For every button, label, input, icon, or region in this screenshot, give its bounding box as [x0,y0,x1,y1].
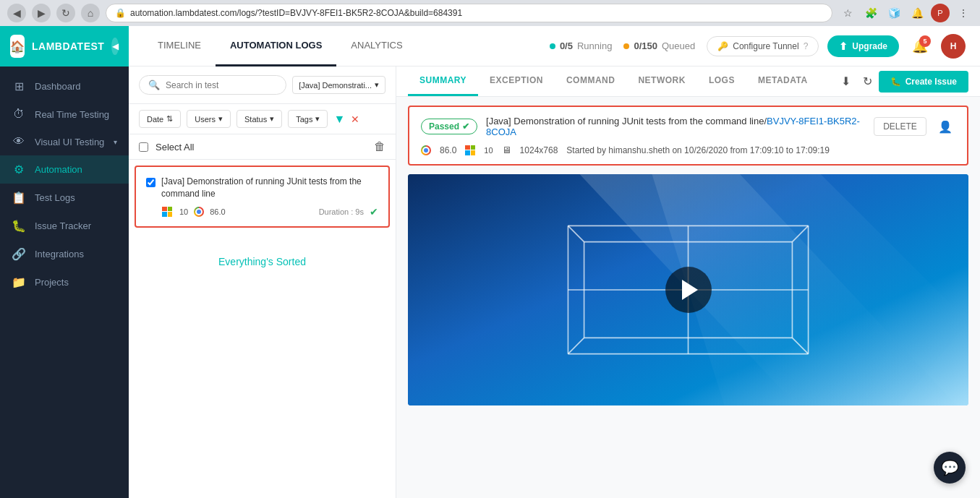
right-panel: SUMMARY EXCEPTION COMMAND NETWORK LOGS [396,66,980,498]
expand-icon: ▾ [114,138,117,146]
filter-row: Date ⇅ Users ▾ Status ▾ Tags ▾ [129,104,396,134]
queued-dot [623,43,629,49]
test-detail-header: Passed ✔ [Java] Demonstration of running… [421,116,955,137]
test-item-header: [Java] Demonstration of running JUnit te… [146,176,378,200]
detail-tabs: SUMMARY EXCEPTION COMMAND NETWORK LOGS [396,66,980,97]
home-button[interactable]: ⌂ [81,4,100,22]
tab-automation-logs[interactable]: AUTOMATION LOGS [216,26,336,66]
chevron-down-icon: ▾ [315,114,320,124]
configure-tunnel-button[interactable]: 🔑 Configure Tunnel ? [707,36,819,56]
refresh-button[interactable]: ↻ [857,71,879,93]
download-button[interactable]: ⬇ [835,71,857,93]
key-icon: 🔑 [717,41,728,51]
sidebar-item-realtime[interactable]: ⏱ Real Time Testing [0,100,129,128]
play-button[interactable] [665,267,712,313]
sidebar-item-projects[interactable]: 📁 Projects [0,268,129,296]
test-detail-card: Passed ✔ [Java] Demonstration of running… [408,106,968,166]
select-all-checkbox[interactable] [139,142,148,152]
top-bar-actions: 🔑 Configure Tunnel ? ⬆ Upgrade 🔔 5 H [707,34,966,59]
sidebar-item-label: Visual UI Testing [35,137,104,147]
running-status: 0/5 Running [550,40,613,51]
notifications-button[interactable]: 🔔 5 [908,34,932,59]
profile-avatar[interactable]: P [931,4,950,22]
select-all-row: Select All 🗑 [129,134,396,160]
chat-button[interactable]: 💬 [934,452,966,484]
detail-tab-summary[interactable]: SUMMARY [408,66,478,96]
search-input[interactable] [166,80,277,90]
sidebar-item-visualui[interactable]: 👁 Visual UI Testing ▾ [0,128,129,155]
url-text: automation.lambdatest.com/logs/?testID=B… [130,8,462,18]
detail-tab-network[interactable]: NETWORK [626,66,697,96]
help-icon: ? [804,41,809,51]
queued-count: 0/150 [634,40,657,51]
extension-1[interactable]: 🧩 [861,4,880,22]
sidebar-collapse-button[interactable]: ◀ [111,38,119,55]
share-button[interactable]: 👤 [935,116,955,137]
tags-filter-button[interactable]: Tags ▾ [288,110,328,128]
test-item-checkbox[interactable] [146,178,155,187]
create-issue-button[interactable]: 🐛 Create Issue [879,71,968,93]
chrome-detail-icon [421,145,431,155]
projects-icon: 📁 [12,275,26,289]
running-count: 0/5 [560,40,573,51]
windows-icon [162,207,172,217]
delete-button[interactable]: DELETE [874,117,926,136]
notif-badge: 5 [919,35,931,47]
sidebar-item-dashboard[interactable]: ⊞ Dashboard [0,72,129,100]
url-bar[interactable]: 🔒 automation.lambdatest.com/logs/?testID… [106,4,832,22]
reload-button[interactable]: ↻ [56,4,75,22]
visualui-icon: 👁 [12,135,26,148]
sidebar-item-integrations[interactable]: 🔗 Integrations [0,240,129,268]
extension-3[interactable]: 🔔 [908,4,926,22]
search-input-wrap[interactable]: 🔍 [139,75,286,95]
test-detail-title: [Java] Demonstration of running JUnit te… [486,116,865,137]
search-icon: 🔍 [148,80,160,90]
chevron-down-icon: ▾ [375,80,379,90]
left-panel: 🔍 [Java] Demonstrati... ▾ Date ⇅ [129,66,396,498]
menu-button[interactable]: ⋮ [954,4,973,22]
filter-icon-button[interactable]: ▼ [333,113,345,126]
detail-tab-logs[interactable]: LOGS [697,66,746,96]
test-detail-meta: 86.0 10 🖥 1024x768 Started by himanshu.s… [421,145,955,155]
star-button[interactable]: ☆ [838,4,857,22]
sidebar-item-automation[interactable]: ⚙ Automation [0,155,129,184]
forward-button[interactable]: ▶ [32,4,51,22]
test-item[interactable]: [Java] Demonstration of running JUnit te… [135,166,390,228]
sidebar: 🏠 LAMBDATEST ◀ ⊞ Dashboard ⏱ Real Time T… [0,26,129,498]
issuetracker-icon: 🐛 [12,219,26,233]
user-avatar-button[interactable]: H [941,34,966,59]
chrome-version-detail: 86.0 [440,145,456,155]
date-filter-button[interactable]: Date ⇅ [139,110,181,128]
filter-clear-button[interactable]: ✕ [351,113,359,125]
os-version-detail: 10 [484,146,493,155]
tab-timeline[interactable]: TIMELINE [143,26,216,66]
sidebar-item-testlogs[interactable]: 📋 Test Logs [0,184,129,212]
sidebar-item-issuetracker[interactable]: 🐛 Issue Tracker [0,212,129,240]
started-by-text: Started by himanshu.sheth on 10/26/2020 … [566,145,830,155]
browser-chrome: ◀ ▶ ↻ ⌂ 🔒 automation.lambdatest.com/logs… [0,0,980,26]
detail-tab-exception[interactable]: EXCEPTION [478,66,555,96]
main-content: TIMELINE AUTOMATION LOGS ANALYTICS 0/5 R… [129,26,980,498]
upgrade-button[interactable]: ⬆ Upgrade [827,35,899,57]
realtime-icon: ⏱ [12,108,26,121]
lock-icon: 🔒 [115,8,126,18]
browser-actions: ☆ 🧩 🧊 🔔 P ⋮ [838,4,973,22]
detail-tab-metadata[interactable]: METADATA [746,66,819,96]
chevron-down-icon: ▾ [218,114,223,124]
users-filter-button[interactable]: Users ▾ [187,110,231,128]
status-filter-button[interactable]: Status ▾ [237,110,282,128]
chevron-down-icon: ▾ [270,114,274,124]
test-title: [Java] Demonstration of running JUnit te… [161,176,378,200]
empty-state: Everything's Sorted [129,233,396,290]
back-button[interactable]: ◀ [7,4,26,22]
tab-analytics[interactable]: ANALYTICS [336,26,417,66]
video-container [408,174,968,405]
java-filter-dropdown[interactable]: [Java] Demonstrati... ▾ [292,76,385,94]
detail-tab-actions: ⬇ ↻ 🐛 Create Issue [835,71,968,93]
sidebar-item-label: Issue Tracker [35,220,91,231]
dashboard-icon: ⊞ [12,80,26,93]
delete-all-button[interactable]: 🗑 [374,140,385,153]
sidebar-item-label: Automation [35,164,82,175]
extension-2[interactable]: 🧊 [885,4,903,22]
detail-tab-command[interactable]: COMMAND [555,66,627,96]
